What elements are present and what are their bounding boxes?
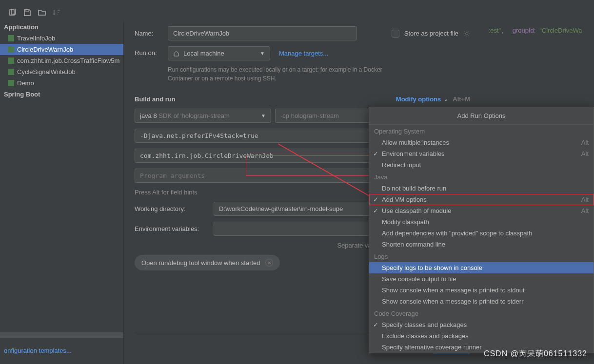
tree-category-application[interactable]: Application: [0, 21, 123, 33]
working-dir-label: Working directory:: [135, 205, 208, 212]
popup-item[interactable]: ✓Environment variablesAlt: [369, 148, 594, 159]
popup-section-header: Java: [369, 171, 594, 183]
popup-item-label: Modify classpath: [382, 218, 429, 226]
env-vars-label: Environment variables:: [135, 225, 208, 232]
modify-options-link[interactable]: Modify options ⌄: [396, 96, 448, 103]
popup-section-header: Logs: [369, 250, 594, 262]
popup-item-label: Specify alternative coverage runner: [382, 344, 482, 351]
popup-item[interactable]: Exclude classes and packages: [369, 330, 594, 342]
popup-item[interactable]: Show console when a message is printed t…: [369, 296, 594, 307]
popup-item-label: Use classpath of module: [382, 207, 451, 214]
check-icon: ✓: [373, 150, 378, 157]
popup-item-label: Shorten command line: [382, 241, 445, 248]
chevron-down-icon: ▼: [260, 51, 265, 56]
popup-section-header: Code Coverage: [369, 307, 594, 319]
popup-section-header: Operating System: [369, 125, 594, 137]
edit-templates-link[interactable]: onfiguration templates...: [0, 342, 123, 364]
popup-title: Add Run Options: [369, 107, 594, 125]
modify-shortcut: Alt+M: [453, 96, 470, 103]
chip-remove-icon[interactable]: ✕: [265, 259, 273, 267]
popup-item-label: Add VM options: [382, 196, 427, 203]
popup-item[interactable]: Do not build before run: [369, 183, 594, 194]
chevron-down-icon: ⌄: [444, 96, 448, 102]
popup-item[interactable]: Modify classpath: [369, 216, 594, 228]
popup-item[interactable]: Save console output to file: [369, 273, 594, 285]
popup-item-shortcut: Alt: [581, 150, 589, 157]
check-icon: ✓: [373, 321, 378, 328]
name-input[interactable]: [168, 26, 357, 40]
svg-rect-5: [8, 57, 14, 64]
copy-icon[interactable]: [9, 9, 17, 17]
check-icon: ✓: [373, 207, 378, 214]
popup-item-label: Add dependencies with "provided" scope t…: [382, 230, 532, 237]
config-tree-sidebar: Application TravelInfoJob CircleDriveWar…: [0, 21, 124, 364]
popup-item[interactable]: Shorten command line: [369, 239, 594, 250]
chevron-down-icon: ▼: [261, 113, 266, 118]
popup-item[interactable]: Show console when a message is printed t…: [369, 285, 594, 296]
svg-point-8: [465, 32, 468, 35]
manage-targets-link[interactable]: Manage targets...: [279, 50, 328, 57]
popup-item[interactable]: ✓Specify classes and packages: [369, 319, 594, 330]
popup-item-label: Save console output to file: [382, 275, 456, 283]
popup-item-label: Environment variables: [382, 150, 445, 157]
popup-item-shortcut: Alt: [581, 207, 589, 214]
toolbar: [0, 5, 481, 21]
popup-item[interactable]: Specify logs to be shown in console: [369, 262, 594, 273]
gear-icon[interactable]: [463, 30, 470, 37]
popup-item[interactable]: Add dependencies with "provided" scope t…: [369, 228, 594, 239]
target-select[interactable]: Local machine ▼: [168, 46, 270, 60]
add-run-options-popup: Add Run Options Operating SystemAllow mu…: [369, 107, 594, 353]
editor-background: :est", groupId: "CircleDriveWa: [481, 19, 582, 34]
option-chip: Open run/debug tool window when started …: [135, 255, 280, 270]
tree-category-spring[interactable]: Spring Boot: [0, 89, 123, 100]
store-checkbox[interactable]: [392, 30, 399, 38]
svg-rect-7: [8, 80, 14, 86]
tree-item-selected[interactable]: CircleDriveWarnJob: [0, 44, 123, 55]
tree-item[interactable]: TravelInfoJob: [0, 33, 123, 44]
home-icon: [173, 50, 179, 57]
check-icon: ✓: [373, 196, 378, 203]
save-icon[interactable]: [23, 9, 31, 17]
popup-item-label: Specify classes and packages: [382, 321, 467, 328]
scrollbar-track[interactable]: [0, 332, 123, 338]
tree-item[interactable]: com.zhht.irn.job.CrossTrafficFlow5m: [0, 55, 123, 66]
popup-item-label: Do not build before run: [382, 185, 446, 192]
tree-item[interactable]: Demo: [0, 77, 123, 89]
folder-icon[interactable]: [38, 9, 46, 17]
popup-item-label: Redirect input: [382, 161, 421, 169]
popup-item[interactable]: Allow multiple instancesAlt: [369, 137, 594, 148]
popup-item-shortcut: Alt: [581, 139, 589, 146]
popup-item-shortcut: Alt: [581, 196, 589, 203]
jdk-select[interactable]: java 8 SDK of 'hologram-stream ▼: [135, 109, 271, 123]
popup-item[interactable]: ✓Add VM optionsAlt: [369, 194, 594, 205]
popup-item[interactable]: Redirect input: [369, 159, 594, 171]
svg-rect-3: [8, 35, 14, 41]
store-label: Store as project file: [404, 30, 458, 37]
watermark: CSDN @芮呆萌061511332: [484, 349, 587, 359]
runon-label: Run on:: [135, 46, 162, 57]
svg-rect-4: [8, 46, 14, 53]
name-label: Name:: [135, 30, 162, 37]
build-run-heading: Build and run: [135, 96, 176, 103]
dialog-title: [0, 0, 481, 5]
popup-item-label: Exclude classes and packages: [382, 332, 469, 340]
popup-item-label: Show console when a message is printed t…: [382, 298, 524, 305]
popup-item-label: Show console when a message is printed t…: [382, 287, 525, 294]
popup-item-label: Allow multiple instances: [382, 139, 449, 146]
sort-icon[interactable]: [53, 9, 60, 17]
tree-item[interactable]: CycleSignalWriteJob: [0, 66, 123, 77]
runon-hint: Run configurations may be executed local…: [168, 65, 382, 83]
popup-item[interactable]: ✓Use classpath of moduleAlt: [369, 205, 594, 216]
svg-rect-6: [8, 69, 14, 75]
popup-item-label: Specify logs to be shown in console: [382, 264, 482, 271]
